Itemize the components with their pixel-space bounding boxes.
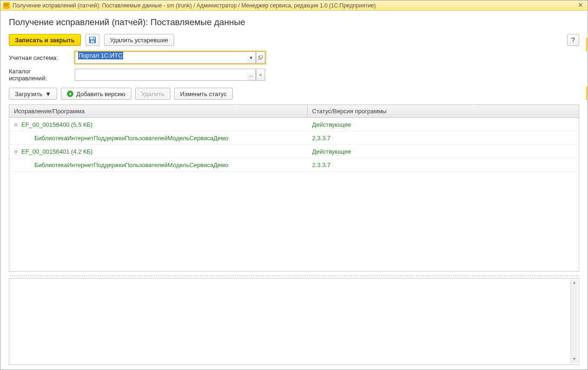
help-label: ? bbox=[571, 36, 575, 44]
svg-rect-3 bbox=[93, 38, 94, 39]
catalog-row: Каталог исправлений: … × bbox=[9, 68, 579, 82]
patch-status: Действующее bbox=[307, 121, 579, 128]
clear-icon[interactable]: × bbox=[256, 69, 265, 81]
collapse-icon[interactable]: ⊖ bbox=[13, 149, 19, 154]
open-icon[interactable] bbox=[256, 52, 265, 64]
app-window: Получение исправлений (патчей): Поставля… bbox=[0, 0, 588, 370]
patch-status: Действующее bbox=[307, 148, 579, 155]
splitter-handle[interactable] bbox=[9, 274, 579, 277]
program-version: 2.3.3.7 bbox=[307, 162, 579, 169]
table-row[interactable]: БиблиотекаИнтернетПоддержкиПользователей… bbox=[9, 158, 579, 172]
change-status-button[interactable]: Изменить статус bbox=[174, 88, 233, 100]
dropdown-icon[interactable]: ▼ bbox=[247, 52, 256, 64]
table-body[interactable]: ⊖ EF_00_00156400 (5,5 КБ) Действующее Би… bbox=[9, 118, 579, 271]
table-row[interactable]: ⊖ EF_00_00156400 (5,5 КБ) Действующее bbox=[9, 118, 579, 131]
save-and-close-label: Записать и закрыть bbox=[15, 37, 75, 44]
accounting-system-field[interactable]: Портал 1С:ИТС ▼ bbox=[75, 52, 265, 64]
app-icon bbox=[3, 2, 10, 9]
content-area: Получение исправлений (патчей): Поставля… bbox=[0, 11, 588, 370]
save-and-close-button[interactable]: Записать и закрыть bbox=[9, 34, 81, 46]
patch-name: EF_00_00156400 (5,5 КБ) bbox=[21, 121, 92, 128]
svg-rect-1 bbox=[90, 37, 95, 39]
program-version: 2.3.3.7 bbox=[307, 135, 579, 142]
chevron-down-icon: ▼ bbox=[45, 91, 51, 97]
catalog-field[interactable]: … × bbox=[75, 69, 265, 81]
save-button[interactable] bbox=[85, 34, 99, 46]
log-panel[interactable]: ▴ ▾ bbox=[9, 278, 579, 365]
collapse-icon[interactable]: ⊖ bbox=[13, 122, 19, 127]
catalog-input[interactable] bbox=[75, 69, 247, 81]
scroll-up-icon[interactable]: ▴ bbox=[571, 279, 578, 287]
delete-label: Удалить bbox=[141, 91, 164, 97]
accounting-system-label: Учетная система: bbox=[9, 54, 70, 61]
browse-icon[interactable]: … bbox=[247, 69, 256, 81]
col-patch-header[interactable]: Исправление/Программа bbox=[9, 105, 307, 117]
scroll-down-icon[interactable]: ▾ bbox=[571, 356, 578, 364]
svg-rect-5 bbox=[260, 55, 262, 58]
catalog-label: Каталог исправлений: bbox=[9, 68, 70, 82]
titlebar: Получение исправлений (патчей): Поставля… bbox=[0, 0, 588, 11]
patch-name: EF_00_00156401 (4,2 КБ) bbox=[21, 148, 92, 155]
add-version-label: Добавить версию bbox=[76, 91, 125, 97]
accounting-system-value: Портал 1С:ИТС bbox=[78, 52, 123, 59]
program-name: БиблиотекаИнтернетПоддержкиПользователей… bbox=[34, 135, 229, 142]
delete-obsolete-label: Удалить устаревшие bbox=[110, 37, 168, 44]
delete-button[interactable]: Удалить bbox=[135, 88, 170, 100]
table-row[interactable]: БиблиотекаИнтернетПоддержкиПользователей… bbox=[9, 131, 579, 145]
load-label: Загрузить bbox=[15, 91, 42, 97]
edge-marker bbox=[586, 86, 588, 100]
load-button[interactable]: Загрузить ▼ bbox=[9, 88, 57, 100]
floppy-icon bbox=[89, 36, 96, 44]
accounting-system-row: Учетная система: Портал 1С:ИТС ▼ bbox=[9, 52, 579, 64]
table-header: Исправление/Программа Статус/Версия прог… bbox=[9, 105, 579, 118]
change-status-label: Изменить статус bbox=[180, 91, 227, 97]
page-title: Получение исправлений (патчей): Поставля… bbox=[9, 17, 579, 27]
accounting-system-input[interactable]: Портал 1С:ИТС bbox=[75, 52, 247, 64]
help-button[interactable]: ? bbox=[567, 34, 579, 46]
delete-obsolete-button[interactable]: Удалить устаревшие bbox=[104, 34, 174, 46]
table-row[interactable]: ⊖ EF_00_00156401 (4,2 КБ) Действующее bbox=[9, 145, 579, 158]
window-title: Получение исправлений (патчей): Поставля… bbox=[13, 2, 576, 9]
log-scrollbar[interactable]: ▴ ▾ bbox=[570, 279, 578, 364]
table-toolbar: Загрузить ▼ + Добавить версию Удалить Из… bbox=[9, 88, 579, 100]
edge-marker bbox=[586, 38, 588, 52]
patches-table: Исправление/Программа Статус/Версия прог… bbox=[9, 104, 579, 272]
main-toolbar: Записать и закрыть Удалить устаревшие ? bbox=[9, 34, 579, 46]
plus-icon: + bbox=[67, 91, 73, 97]
svg-rect-2 bbox=[91, 40, 94, 43]
col-status-header[interactable]: Статус/Версия программы bbox=[307, 108, 579, 115]
program-name: БиблиотекаИнтернетПоддержкиПользователей… bbox=[34, 162, 229, 169]
expand-icon bbox=[258, 55, 263, 60]
close-icon[interactable]: ✕ bbox=[576, 2, 585, 9]
add-version-button[interactable]: + Добавить версию bbox=[61, 88, 131, 100]
